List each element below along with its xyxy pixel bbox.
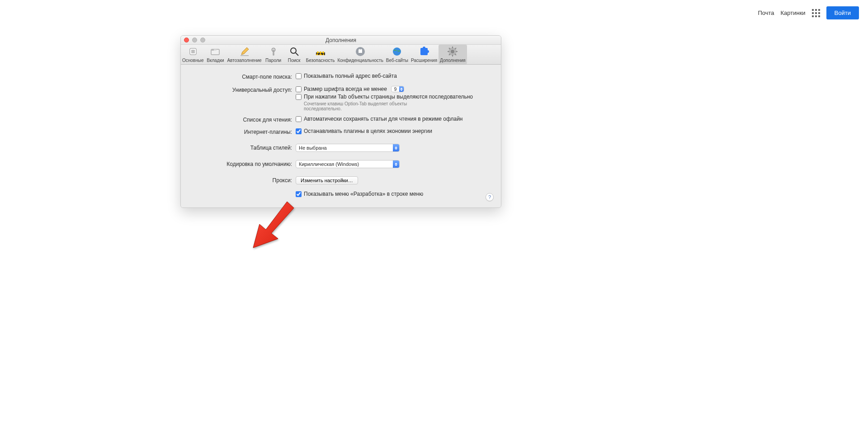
tab-websites[interactable]: Веб-сайты: [385, 45, 410, 64]
window-titlebar: Дополнения: [181, 36, 501, 45]
row-proxies: Прокси: Изменить настройки…: [191, 176, 491, 184]
tab-label: Безопасность: [306, 58, 335, 63]
svg-rect-13: [320, 52, 321, 53]
pencil-icon: [239, 46, 250, 57]
tabs-icon: [210, 46, 221, 57]
row-plugins: Интернет-плагины: Останавливать плагины …: [191, 128, 491, 136]
stylesheet-select[interactable]: Не выбрана: [296, 144, 400, 152]
checkbox-input[interactable]: [296, 116, 302, 122]
tab-label: Поиск: [288, 58, 301, 63]
tab-label: Пароли: [265, 58, 281, 63]
svg-line-28: [449, 48, 450, 49]
chevron-updown-icon: [399, 86, 404, 92]
checkbox-label: Показывать полный адрес веб-сайта: [304, 73, 397, 79]
checkbox-label: Размер шрифта всегда не менее: [304, 86, 387, 92]
checkbox-label: Показывать меню «Разработка» в строке ме…: [304, 191, 423, 197]
help-button[interactable]: ?: [486, 193, 494, 201]
checkbox-label: Автоматически сохранять статьи для чтени…: [304, 116, 463, 122]
tab-label: Автозаполнение: [227, 58, 261, 63]
apps-grid-icon[interactable]: [812, 9, 820, 17]
key-icon: [268, 46, 279, 57]
tab-label: Дополнения: [440, 58, 466, 63]
label-stylesheet: Таблица стилей:: [191, 144, 296, 151]
tab-label: Конфиденциальность: [337, 58, 383, 63]
tab-autofill[interactable]: Автозаполнение: [226, 45, 263, 64]
tab-label: Расширения: [411, 58, 437, 63]
svg-point-21: [426, 50, 429, 53]
row-develop-menu: Показывать меню «Разработка» в строке ме…: [191, 191, 491, 198]
preferences-content: Смарт-поле поиска: Показывать полный адр…: [181, 65, 501, 208]
preferences-window: Дополнения Основные Вкладки Автозаполнен…: [180, 35, 501, 208]
label-reading-list: Список для чтения:: [191, 116, 296, 123]
checkbox-input[interactable]: [296, 73, 302, 79]
checkbox-label: При нажатии Tab объекты страницы выделяю…: [304, 94, 473, 100]
tab-label: Веб-сайты: [386, 58, 408, 63]
window-title: Дополнения: [181, 36, 501, 45]
svg-rect-14: [322, 52, 324, 53]
tab-extensions[interactable]: Расширения: [410, 45, 439, 64]
checkbox-show-develop[interactable]: Показывать меню «Разработка» в строке ме…: [296, 191, 491, 197]
chevron-updown-icon: [393, 160, 399, 168]
help-text-tab: Сочетание клавиш Option-Tab выделяет объ…: [304, 101, 421, 111]
tab-privacy[interactable]: Конфиденциальность: [336, 45, 384, 64]
checkbox-input[interactable]: [296, 191, 302, 197]
tab-label: Основные: [182, 58, 203, 63]
svg-point-23: [451, 50, 454, 53]
puzzle-icon: [419, 46, 429, 57]
label-plugins: Интернет-плагины:: [191, 128, 296, 135]
tab-general[interactable]: Основные: [181, 45, 205, 64]
row-encoding: Кодировка по умолчанию: Кириллическая (W…: [191, 160, 491, 168]
tab-security[interactable]: Безопасность: [305, 45, 336, 64]
select-value: Кириллическая (Windows): [296, 161, 393, 167]
chevron-updown-icon: [393, 144, 399, 151]
svg-line-9: [296, 53, 298, 56]
svg-rect-3: [211, 49, 214, 51]
svg-rect-12: [317, 52, 319, 53]
switch-icon: [188, 46, 198, 57]
hand-icon: [355, 46, 366, 57]
svg-rect-1: [191, 50, 195, 53]
encoding-select[interactable]: Кириллическая (Windows): [296, 160, 400, 168]
tab-tabs[interactable]: Вкладки: [205, 45, 226, 64]
tab-search[interactable]: Поиск: [284, 45, 305, 64]
svg-line-29: [455, 54, 456, 55]
checkbox-reading-offline[interactable]: Автоматически сохранять статьи для чтени…: [296, 116, 491, 122]
label-encoding: Кодировка по умолчанию:: [191, 160, 296, 167]
row-accessibility: Универсальный доступ: Размер шрифта всег…: [191, 86, 491, 111]
checkbox-input[interactable]: [296, 128, 302, 134]
svg-point-20: [423, 47, 425, 49]
images-link[interactable]: Картинки: [781, 9, 806, 16]
tab-advanced[interactable]: Дополнения: [439, 45, 467, 64]
gear-icon: [447, 46, 458, 57]
browser-top-nav: Почта Картинки Войти: [749, 0, 868, 26]
row-reading-list: Список для чтения: Автоматически сохраня…: [191, 116, 491, 123]
checkbox-show-full-url[interactable]: Показывать полный адрес веб-сайта: [296, 73, 491, 79]
svg-line-30: [449, 54, 450, 55]
label-accessibility: Универсальный доступ:: [191, 86, 296, 93]
svg-point-18: [393, 47, 401, 56]
label-empty: [191, 191, 296, 192]
proxies-button[interactable]: Изменить настройки…: [296, 176, 358, 184]
select-value: 9: [392, 87, 400, 92]
row-smart-search: Смарт-поле поиска: Показывать полный адр…: [191, 73, 491, 80]
svg-rect-7: [273, 51, 274, 55]
font-size-select[interactable]: 9: [391, 86, 405, 92]
mail-link[interactable]: Почта: [758, 9, 774, 16]
checkbox-tab-highlight[interactable]: При нажатии Tab объекты страницы выделяю…: [296, 94, 491, 100]
tab-passwords[interactable]: Пароли: [263, 45, 284, 64]
checkbox-input[interactable]: [296, 94, 302, 100]
login-button[interactable]: Войти: [826, 6, 859, 19]
svg-line-31: [455, 48, 456, 49]
checkbox-label: Останавливать плагины в целях экономии э…: [304, 128, 432, 134]
label-smart-search: Смарт-поле поиска:: [191, 73, 296, 80]
search-icon: [289, 46, 300, 57]
checkbox-font-min[interactable]: Размер шрифта всегда не менее 9: [296, 86, 491, 92]
label-proxies: Прокси:: [191, 176, 296, 184]
svg-point-8: [291, 48, 296, 53]
lock-icon: [315, 46, 326, 57]
checkbox-stop-plugins[interactable]: Останавливать плагины в целях экономии э…: [296, 128, 491, 134]
svg-rect-4: [214, 49, 217, 51]
globe-icon: [392, 46, 402, 57]
checkbox-input[interactable]: [296, 86, 302, 92]
preferences-toolbar: Основные Вкладки Автозаполнение Пароли П…: [181, 45, 501, 65]
